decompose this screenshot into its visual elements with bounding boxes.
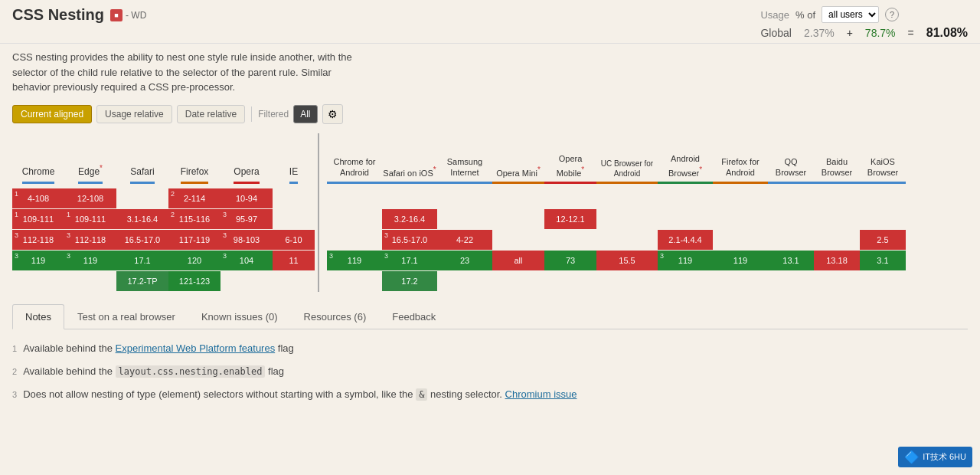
browser-col-chrome-android: Chrome for Android 3119 (327, 133, 382, 271)
current-aligned-btn[interactable]: Current aligned (12, 105, 92, 123)
browser-header-chrome-android: Chrome for Android (327, 133, 382, 188)
om-v0 (492, 188, 544, 208)
opera-v1: 10-94 (220, 188, 273, 208)
help-button[interactable]: ? (885, 8, 899, 21)
browser-header-opera-mobile: Opera Mobile* (544, 133, 596, 188)
ca-v1: 3119 (327, 251, 382, 270)
tabs-row: Notes Test on a real browser Known issue… (12, 304, 968, 329)
all-filter-btn[interactable]: All (293, 105, 317, 123)
edge-v1: 12-108 (64, 188, 116, 208)
si-v3: 317.1 (382, 251, 437, 270)
ie-v2: 11 (273, 251, 315, 270)
experimental-link[interactable]: Experimental Web Platform features (116, 342, 276, 354)
browser-header-samsung: Samsung Internet (437, 133, 492, 188)
watermark-text: IT技术 6HU (923, 451, 966, 463)
usage-area: Usage % of all users ? Global 2.37% + 78… (760, 6, 968, 40)
filtered-label: Filtered (258, 109, 289, 120)
filter-row: Current aligned Usage relative Date rela… (12, 104, 968, 124)
sam-v0b (437, 209, 492, 229)
opera-v3: 398-103 (220, 230, 273, 250)
notes-content: 1 Available behind the Experimental Web … (12, 329, 968, 417)
edge-v2: 1109-111 (64, 209, 116, 229)
browser-header-android: Android Browser* (658, 133, 713, 188)
section-divider (318, 133, 324, 292)
usage-relative-btn[interactable]: Usage relative (96, 105, 172, 123)
tab-test[interactable]: Test on a real browser (64, 304, 188, 329)
wd-text: - WD (126, 10, 146, 21)
browser-col-safari: Safari 3.1-16.4 16.5-17.0 17.1 17.2-TP (116, 133, 168, 292)
firefox-v1: 22-114 (168, 188, 220, 208)
browser-header-opera-mini: Opera Mini* (492, 133, 544, 188)
baidu-v0b (814, 209, 860, 229)
omob-v2: 73 (544, 251, 596, 270)
qq-v0b (768, 209, 814, 229)
browser-header-qq: QQ Browser (768, 133, 814, 188)
kaios-v0 (860, 188, 906, 208)
kaios-label: KaiOS Browser (860, 156, 906, 179)
baidu-label: Baidu Browser (814, 156, 860, 179)
safari-ios-label: Safari on iOS* (383, 165, 436, 179)
tab-notes[interactable]: Notes (12, 304, 64, 329)
browser-header-safari: Safari (130, 133, 154, 188)
equals: = (908, 27, 914, 39)
note-2-sup: 2 (12, 363, 17, 380)
si-v0 (382, 188, 437, 208)
browser-header-safari-ios: Safari on iOS* (382, 133, 437, 188)
plus: + (847, 27, 853, 39)
code-amp: & (416, 388, 427, 401)
sam-v2: 23 (437, 251, 492, 270)
safari-v1: 3.1-16.4 (116, 209, 168, 229)
om-v0b (492, 209, 544, 229)
ca-v0b (327, 209, 382, 229)
main-content: CSS nesting provides the ability to nest… (0, 44, 980, 423)
firefox-v2: 2115-116 (168, 209, 220, 229)
qq-v0 (768, 188, 814, 208)
total-pct: 81.08% (926, 26, 968, 40)
note-2-text: Available behind the layout.css.nesting.… (23, 362, 284, 382)
code-layout: layout.css.nesting.enabled (116, 365, 266, 378)
page-title: CSS Nesting (12, 6, 104, 24)
browser-col-chrome: Chrome 14-108 1109-111 3112-118 3119 (12, 133, 64, 271)
chrome-v3: 3112-118 (12, 230, 64, 250)
android-label: Android Browser* (658, 153, 713, 178)
date-relative-btn[interactable]: Date relative (177, 105, 245, 123)
baidu-v0c (814, 230, 860, 250)
fa-v0 (713, 188, 768, 208)
ie-v0 (273, 188, 315, 208)
browser-col-edge: Edge* 12-108 1109-111 3112-118 3119 (64, 133, 116, 271)
top-bar: CSS Nesting ■ - WD Usage % of all users … (0, 0, 980, 44)
ab-v2: 3119 (658, 251, 713, 270)
ie-v1: 6-10 (273, 230, 315, 250)
browser-col-qq: QQ Browser 13.1 (768, 133, 814, 271)
browser-header-firefox: Firefox (181, 133, 209, 188)
om-v1: all (492, 251, 544, 270)
global-row: Global 2.37% + 78.7% = 81.08% (760, 26, 968, 40)
all-users-select[interactable]: all users (822, 6, 879, 23)
firefox-android-label: Firefox for Android (713, 156, 768, 179)
usage-row: Usage % of all users ? (760, 6, 968, 23)
safari-v3: 17.1 (116, 251, 168, 270)
browsers-table: Chrome 14-108 1109-111 3112-118 3119 Edg… (12, 133, 968, 292)
tab-issues[interactable]: Known issues (0) (188, 304, 291, 329)
qq-v1: 13.1 (768, 251, 814, 270)
tab-feedback[interactable]: Feedback (379, 304, 449, 329)
browser-header-opera: Opera (234, 133, 259, 188)
browsers-container: Chrome 14-108 1109-111 3112-118 3119 Edg… (12, 133, 968, 292)
browser-header-kaios: KaiOS Browser (860, 133, 906, 188)
filter-divider (251, 106, 252, 122)
firefox-label: Firefox (181, 166, 209, 179)
omob-v0 (544, 188, 596, 208)
note-3-sup: 3 (12, 386, 17, 403)
description: CSS nesting provides the ability to nest… (12, 50, 364, 95)
si-v4: 17.2 (382, 271, 437, 291)
browser-col-firefox: Firefox 22-114 2115-116 117-119 120 121-… (168, 133, 220, 292)
firefox-v3: 117-119 (168, 230, 220, 250)
firefox-v4: 120 (168, 251, 220, 270)
omob-v1: 12-12.1 (544, 209, 596, 229)
chromium-link[interactable]: Chromium issue (505, 388, 577, 400)
settings-btn[interactable]: ⚙ (322, 104, 343, 124)
baidu-v0 (814, 188, 860, 208)
pct-of: % of (795, 9, 815, 21)
chrome-v1: 14-108 (12, 188, 64, 208)
tab-resources[interactable]: Resources (6) (291, 304, 380, 329)
